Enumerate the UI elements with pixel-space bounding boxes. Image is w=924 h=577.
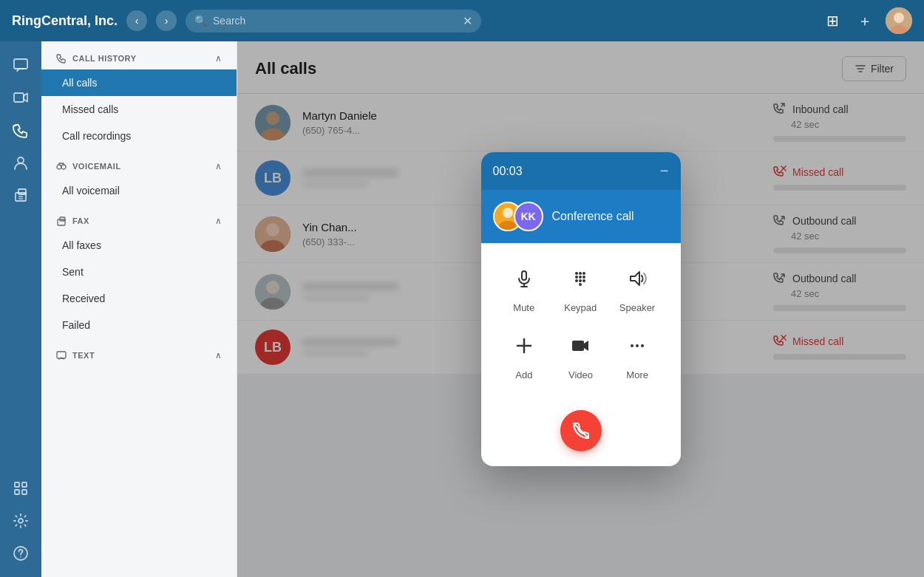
more-icon xyxy=(619,328,655,363)
nav-sidebar: CALL HISTORY ∧ All calls Missed calls Ca… xyxy=(41,41,237,577)
main-content: All calls Filter Martyn D xyxy=(237,41,924,577)
minimize-button[interactable]: − xyxy=(660,163,669,180)
conference-label: Conference call xyxy=(552,210,634,223)
add-button[interactable]: ＋ xyxy=(853,9,877,33)
svg-point-57 xyxy=(641,344,644,347)
sidebar-extensions-icon[interactable] xyxy=(6,474,35,503)
svg-rect-21 xyxy=(57,352,66,358)
sidebar-contacts-icon[interactable] xyxy=(6,148,35,177)
apps-grid-icon[interactable]: ⊞ xyxy=(821,9,844,33)
svg-point-43 xyxy=(582,272,585,275)
conference-section: KK Conference call xyxy=(481,190,681,243)
svg-point-41 xyxy=(575,272,578,275)
video-button[interactable]: Video xyxy=(563,328,598,380)
fax-chevron: ∧ xyxy=(215,216,222,226)
voicemail-header[interactable]: VOICEMAIL ∧ xyxy=(41,149,237,177)
svg-point-47 xyxy=(575,279,578,282)
svg-point-5 xyxy=(18,157,24,163)
call-history-header[interactable]: CALL HISTORY ∧ xyxy=(41,41,237,69)
conference-avatar-2: KK xyxy=(514,202,543,231)
add-label: Add xyxy=(515,369,532,380)
search-input[interactable] xyxy=(213,15,457,27)
svg-rect-10 xyxy=(15,482,19,487)
voicemail-section: VOICEMAIL ∧ All voicemail xyxy=(41,149,237,204)
speaker-button[interactable]: Speaker xyxy=(619,261,655,313)
conference-avatars: KK xyxy=(493,202,543,231)
clear-search-button[interactable]: ✕ xyxy=(463,14,472,28)
keypad-label: Keypad xyxy=(564,302,597,313)
video-icon xyxy=(563,328,598,363)
app-title: RingCentral, Inc. xyxy=(12,13,118,29)
fax-header[interactable]: FAX ∧ xyxy=(41,204,237,232)
keypad-icon xyxy=(563,261,598,296)
svg-point-49 xyxy=(582,279,585,282)
sidebar-phone-icon[interactable] xyxy=(6,115,35,145)
nav-item-failed[interactable]: Failed xyxy=(41,312,237,338)
svg-rect-7 xyxy=(18,189,26,194)
speaker-icon xyxy=(619,261,655,296)
end-call-button[interactable] xyxy=(560,410,602,451)
modal-controls: Mute xyxy=(481,243,681,410)
svg-rect-19 xyxy=(58,219,65,225)
add-button[interactable]: Add xyxy=(506,328,542,380)
nav-item-call-recordings[interactable]: Call recordings xyxy=(41,123,237,149)
conference-modal: 00:03 − KK xyxy=(481,152,681,466)
svg-rect-4 xyxy=(14,93,24,102)
mute-button[interactable]: Mute xyxy=(506,261,542,313)
sidebar-settings-icon[interactable] xyxy=(6,506,35,536)
call-history-chevron: ∧ xyxy=(215,53,222,64)
fax-section: FAX ∧ All faxes Sent Received Failed xyxy=(41,204,237,338)
nav-back-button[interactable]: ‹ xyxy=(126,10,147,31)
nav-item-received[interactable]: Received xyxy=(41,285,237,312)
svg-point-45 xyxy=(579,276,582,279)
search-bar: 🔍 ✕ xyxy=(186,10,481,33)
add-icon xyxy=(506,328,542,363)
svg-rect-54 xyxy=(572,341,584,351)
svg-point-42 xyxy=(579,272,582,275)
user-avatar[interactable] xyxy=(886,7,912,34)
keypad-button[interactable]: Keypad xyxy=(563,261,598,313)
video-label: Video xyxy=(568,369,593,380)
text-chevron: ∧ xyxy=(215,350,222,361)
svg-marker-51 xyxy=(631,272,639,285)
sidebar-video-icon[interactable] xyxy=(6,83,35,112)
svg-point-1 xyxy=(894,13,904,23)
svg-point-18 xyxy=(61,165,66,169)
svg-point-46 xyxy=(582,276,585,279)
nav-item-all-voicemail[interactable]: All voicemail xyxy=(41,177,237,204)
topbar: RingCentral, Inc. ‹ › 🔍 ✕ ⊞ ＋ xyxy=(0,0,924,41)
voicemail-chevron: ∧ xyxy=(215,161,222,171)
icon-sidebar xyxy=(0,41,41,577)
modal-header: 00:03 − xyxy=(481,152,681,190)
svg-point-44 xyxy=(575,276,578,279)
nav-forward-button[interactable]: › xyxy=(156,10,177,31)
controls-row-2: Add Video xyxy=(496,328,666,380)
svg-rect-38 xyxy=(522,271,526,280)
more-label: More xyxy=(626,369,648,380)
overlay-backdrop: 00:03 − KK xyxy=(237,41,924,577)
nav-item-missed-calls[interactable]: Missed calls xyxy=(41,96,237,123)
controls-row-1: Mute xyxy=(496,261,666,313)
svg-point-14 xyxy=(18,519,23,523)
svg-point-16 xyxy=(20,556,21,558)
main-layout: CALL HISTORY ∧ All calls Missed calls Ca… xyxy=(0,41,924,577)
more-button[interactable]: More xyxy=(619,328,655,380)
sidebar-messages-icon[interactable] xyxy=(6,50,35,80)
svg-point-36 xyxy=(503,208,513,218)
sidebar-help-icon[interactable] xyxy=(6,539,35,568)
modal-end-section xyxy=(481,410,681,466)
svg-point-17 xyxy=(57,165,61,169)
nav-item-all-calls[interactable]: All calls xyxy=(41,69,237,96)
mute-icon xyxy=(506,261,542,296)
mute-label: Mute xyxy=(513,302,534,313)
call-timer: 00:03 xyxy=(493,165,523,178)
svg-rect-3 xyxy=(14,59,27,69)
call-history-section: CALL HISTORY ∧ All calls Missed calls Ca… xyxy=(41,41,237,149)
svg-rect-13 xyxy=(22,490,27,494)
nav-item-all-faxes[interactable]: All faxes xyxy=(41,232,237,259)
text-header[interactable]: TEXT ∧ xyxy=(41,338,237,366)
topbar-right: ⊞ ＋ xyxy=(821,7,912,34)
sidebar-fax-icon[interactable] xyxy=(6,180,35,210)
nav-item-sent[interactable]: Sent xyxy=(41,259,237,285)
svg-rect-12 xyxy=(15,490,19,494)
